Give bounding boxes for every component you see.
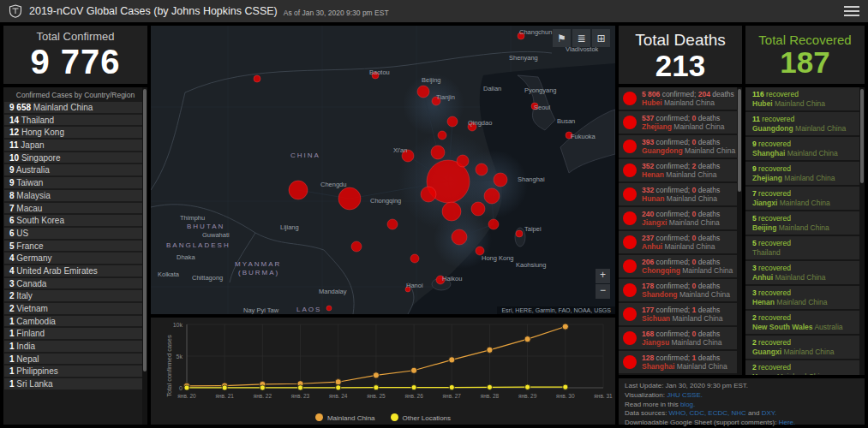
data-point[interactable] [525, 384, 530, 389]
death-row[interactable]: 537 confirmed; 0 deaths Zhejiang Mainlan… [619, 111, 742, 134]
case-cluster-marker[interactable] [452, 229, 467, 245]
country-row[interactable]: 1 Cambodia [4, 316, 147, 327]
data-point[interactable] [563, 384, 568, 389]
data-point[interactable] [184, 385, 189, 390]
case-cluster-marker[interactable] [442, 202, 461, 221]
death-row[interactable]: 5 806 confirmed; 204 deaths Hubei Mainla… [619, 87, 742, 110]
country-row[interactable]: 9 658 Mainland China [4, 102, 147, 113]
ecdc-link[interactable]: ECDC, [706, 409, 729, 417]
case-cluster-marker[interactable] [417, 86, 429, 98]
case-cluster-marker[interactable] [431, 146, 445, 159]
country-row[interactable]: 12 Hong Kong [4, 127, 147, 138]
death-row[interactable]: 240 confirmed; 0 deaths Jiangxi Mainland… [619, 207, 742, 229]
case-cluster-marker[interactable] [516, 230, 523, 237]
country-row[interactable]: 9 Taiwan [4, 177, 147, 188]
data-point[interactable] [336, 385, 341, 390]
recovered-row[interactable]: 2 recovered Guangxi Mainland China [745, 336, 865, 359]
cdc-link[interactable]: CDC, [687, 409, 706, 417]
case-cluster-marker[interactable] [457, 155, 469, 167]
country-row[interactable]: 6 US [4, 228, 147, 239]
death-row[interactable]: 393 confirmed; 0 deaths Guangdong Mainla… [619, 135, 742, 158]
jhu-csse-link[interactable]: JHU CSSE. [667, 391, 703, 399]
data-point[interactable] [562, 324, 568, 330]
country-row[interactable]: 1 Philippines [4, 366, 147, 377]
country-row[interactable]: 4 Germany [4, 253, 147, 264]
recovered-row[interactable]: 2 recovered New South Wales Australia [745, 311, 865, 334]
death-row[interactable]: 168 confirmed; 0 deaths Jiangsu Mainland… [619, 327, 742, 349]
case-cluster-marker[interactable] [476, 163, 488, 175]
scrollbar[interactable] [859, 87, 865, 375]
map-panel[interactable]: ChangchunVladivostokShenyangBaotouBeijin… [151, 26, 615, 314]
recovered-row[interactable]: 9 recovered Zhejiang Mainland China [745, 162, 865, 185]
death-row[interactable]: 206 confirmed; 0 deaths Chongqing Mainla… [619, 255, 742, 277]
menu-icon[interactable] [844, 6, 859, 16]
country-row[interactable]: 1 Sri Lanka [4, 378, 147, 389]
recovered-row[interactable]: 3 recovered Anhui Mainland China [745, 261, 865, 284]
data-point[interactable] [449, 384, 454, 389]
scrollbar[interactable] [737, 87, 742, 375]
country-row[interactable]: 1 Nepal [4, 354, 147, 365]
case-cluster-marker[interactable] [338, 187, 361, 210]
data-point[interactable] [373, 372, 379, 378]
case-cluster-marker[interactable] [488, 219, 499, 229]
case-cluster-marker[interactable] [410, 254, 419, 263]
death-row[interactable]: 237 confirmed; 0 deaths Anhui Mainland C… [619, 231, 742, 253]
country-row[interactable]: 2 Vietnam [4, 303, 147, 314]
case-cluster-marker[interactable] [471, 202, 485, 216]
country-row[interactable]: 11 Japan [4, 140, 147, 151]
data-point[interactable] [222, 385, 227, 390]
recovered-row[interactable]: 3 recovered Henan Mainland China [745, 286, 865, 309]
who-link[interactable]: WHO, [669, 409, 688, 417]
death-row[interactable]: 177 confirmed; 1 deaths Sichuan Mainland… [619, 303, 742, 325]
data-point[interactable] [411, 384, 416, 389]
country-row[interactable]: 14 Thailand [4, 115, 147, 126]
world-map[interactable]: ChangchunVladivostokShenyangBaotouBeijin… [151, 26, 615, 314]
death-row[interactable]: 352 confirmed; 2 deaths Henan Mainland C… [619, 159, 742, 181]
zoom-in-button[interactable]: + [596, 269, 610, 283]
recovered-row[interactable]: 5 recovered Thailand [745, 236, 865, 259]
recovered-row[interactable]: 116 recovered Hubei Mainland China [745, 87, 865, 110]
case-cluster-marker[interactable] [494, 173, 507, 187]
country-row[interactable]: 8 Malaysia [4, 190, 147, 201]
sheet-link[interactable]: Here. [779, 419, 796, 426]
recovered-row[interactable]: 5 recovered Beijing Mainland China [745, 211, 865, 235]
case-cluster-marker[interactable] [438, 131, 446, 140]
country-row[interactable]: 7 Macau [4, 203, 147, 214]
case-cluster-marker[interactable] [254, 75, 260, 82]
recovered-row[interactable]: 11 recovered Guangdong Mainland China [745, 112, 865, 135]
case-cluster-marker[interactable] [289, 181, 308, 199]
data-point[interactable] [487, 347, 493, 353]
legend-mainland-china[interactable]: Mainland China [315, 413, 375, 422]
zoom-out-button[interactable]: − [596, 284, 610, 299]
legend-icon[interactable]: ≣ [572, 29, 590, 47]
case-cluster-marker[interactable] [421, 187, 436, 202]
death-row[interactable]: 332 confirmed; 0 deaths Hunan Mainland C… [619, 183, 742, 205]
scrollbar[interactable] [142, 87, 147, 425]
death-row[interactable]: 178 confirmed; 0 deaths Shandong Mainlan… [619, 279, 742, 301]
data-point[interactable] [487, 384, 492, 389]
country-row[interactable]: 4 United Arab Emirates [4, 265, 147, 276]
data-point[interactable] [449, 357, 455, 363]
case-cluster-marker[interactable] [326, 306, 332, 311]
data-point[interactable] [410, 367, 416, 373]
country-row[interactable]: 1 Finland [4, 328, 147, 339]
death-row[interactable]: 128 confirmed; 1 deaths Shanghai Mainlan… [619, 351, 742, 373]
data-point[interactable] [524, 336, 530, 342]
case-cluster-marker[interactable] [447, 116, 458, 127]
legend-other-locations[interactable]: Other Locations [391, 413, 451, 422]
country-row[interactable]: 6 South Korea [4, 215, 147, 226]
nhc-link[interactable]: NHC [729, 409, 746, 417]
data-point[interactable] [260, 385, 265, 390]
recovered-row[interactable]: 7 recovered Jiangxi Mainland China [745, 187, 865, 210]
bookmarks-icon[interactable]: ⚑ [553, 29, 571, 47]
country-row[interactable]: 3 Canada [4, 278, 147, 289]
recovered-row[interactable]: 2 recovered Hunan Mainland China [745, 360, 865, 375]
timeline-chart[interactable]: 05k10kянв. 20янв. 21янв. 22янв. 23янв. 2… [151, 318, 615, 403]
blog-link[interactable]: blog. [680, 401, 695, 408]
country-row[interactable]: 10 Singapore [4, 152, 147, 163]
country-row[interactable]: 9 Australia [4, 164, 147, 175]
recovered-row[interactable]: 9 recovered Shanghai Mainland China [745, 137, 865, 160]
country-row[interactable]: 2 Italy [4, 290, 147, 301]
case-cluster-marker[interactable] [387, 219, 398, 229]
data-point[interactable] [297, 385, 302, 390]
